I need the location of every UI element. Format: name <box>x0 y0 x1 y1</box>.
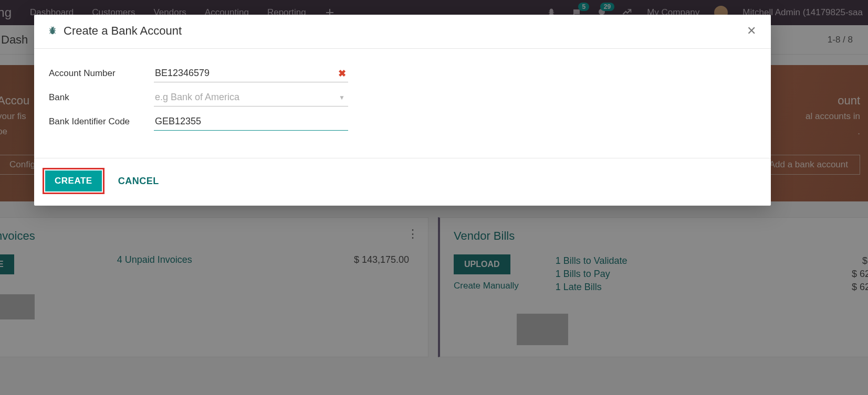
modal-title: Create a Bank Account <box>64 24 182 38</box>
bank-label: Bank <box>49 92 154 103</box>
create-button-highlight: CREATE <box>43 168 104 194</box>
bic-row: Bank Identifier Code <box>49 113 756 131</box>
modal-footer: CREATE CANCEL <box>34 158 771 206</box>
bank-select[interactable] <box>154 89 348 106</box>
account-number-row: Account Number ✖ <box>49 65 756 82</box>
clear-icon[interactable]: ✖ <box>338 68 346 79</box>
svg-point-1 <box>51 27 54 29</box>
bic-label: Bank Identifier Code <box>49 116 154 127</box>
create-button[interactable]: CREATE <box>45 170 102 191</box>
modal-header: Create a Bank Account ✕ <box>34 15 771 49</box>
modal-body: Account Number ✖ Bank ▼ Bank Identifier … <box>34 49 771 158</box>
cancel-button[interactable]: CANCEL <box>118 176 159 187</box>
close-icon[interactable]: ✕ <box>747 24 758 38</box>
bank-row: Bank ▼ <box>49 89 756 106</box>
bug-icon <box>47 25 58 37</box>
chevron-down-icon[interactable]: ▼ <box>339 94 345 101</box>
account-number-input[interactable] <box>154 65 348 82</box>
account-number-label: Account Number <box>49 68 154 79</box>
bic-input[interactable] <box>154 113 348 131</box>
create-bank-account-modal: Create a Bank Account ✕ Account Number ✖… <box>34 15 771 206</box>
